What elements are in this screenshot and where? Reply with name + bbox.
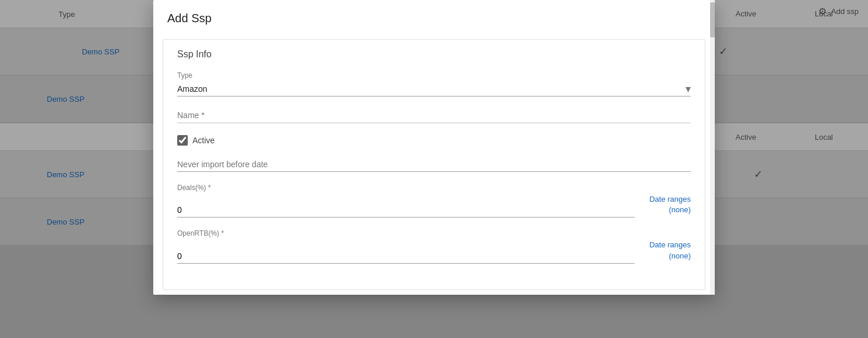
deals-field-group: Deals(%) * Date ranges (none) [177,184,691,218]
openrtb-field-group: OpenRTB(%) * Date ranges (none) [177,229,691,263]
type-label: Type [177,71,691,80]
deals-date-ranges-link[interactable]: Date ranges (none) [644,194,691,218]
openrtb-label: OpenRTB(%) * [177,229,691,237]
modal-header: Add Ssp [153,0,715,35]
openrtb-input[interactable] [177,249,635,263]
ssp-info-section: Ssp Info Type Amazon Google OpenX Rubico… [163,39,705,290]
modal-title: Add Ssp [167,12,212,25]
type-field-group: Type Amazon Google OpenX Rubicon AppNexu… [177,71,691,96]
active-checkbox-group: Active [177,135,691,146]
type-select[interactable]: Amazon Google OpenX Rubicon AppNexus [177,82,691,96]
scrollbar-thumb[interactable] [710,2,715,37]
deals-input[interactable] [177,203,635,217]
section-title: Ssp Info [177,49,691,60]
never-import-field-group [177,157,691,172]
name-text-input[interactable] [177,108,691,123]
deals-label: Deals(%) * [177,184,691,192]
modal-body[interactable]: Ssp Info Type Amazon Google OpenX Rubico… [153,35,715,295]
never-import-input[interactable] [177,157,691,172]
active-label[interactable]: Active [192,136,215,145]
active-checkbox[interactable] [177,135,188,146]
add-ssp-modal: Add Ssp Ssp Info Type Amazon Google Open… [153,0,715,295]
type-select-wrapper[interactable]: Amazon Google OpenX Rubicon AppNexus ▾ [177,82,691,96]
scrollbar-track[interactable] [710,0,715,295]
openrtb-date-ranges-link[interactable]: Date ranges (none) [644,240,691,263]
name-field-container [177,108,691,123]
